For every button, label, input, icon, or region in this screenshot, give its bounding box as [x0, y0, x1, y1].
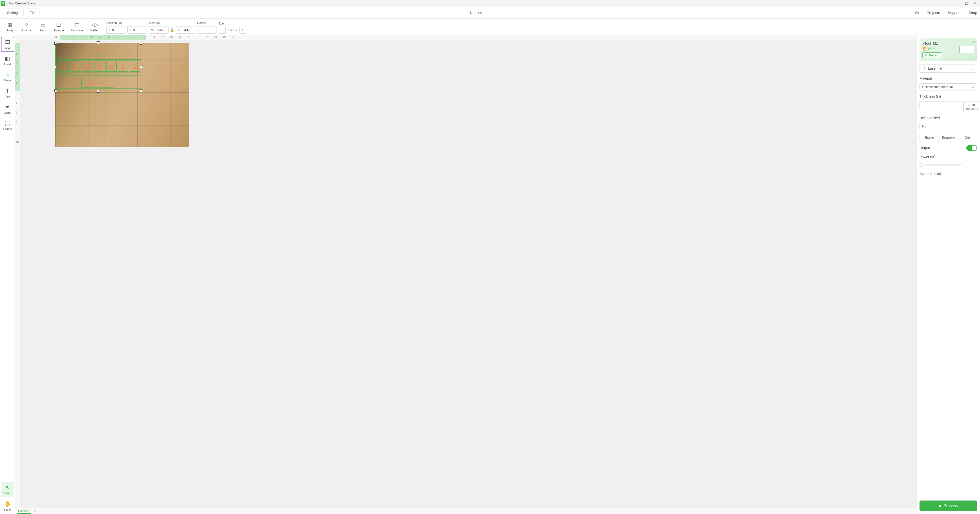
extract-icon: ⬚ [5, 120, 10, 126]
select-tool[interactable]: ↖Select [1, 482, 14, 497]
design-text-family[interactable]: family [81, 78, 115, 88]
combine-tool[interactable]: ◫Combine [68, 19, 86, 35]
image-tool[interactable]: 🖼Image [1, 37, 14, 52]
title-bar: X xTool Creative Space — ☐ ✕ [0, 0, 980, 7]
device-name: xTool_M1 [923, 41, 974, 45]
add-canvas-button[interactable]: + [33, 509, 36, 514]
refresh-icon: ⟳ [925, 54, 928, 57]
hand-icon: ✋ [4, 501, 11, 507]
handle-tl[interactable] [54, 42, 57, 45]
refresh-button[interactable]: ⟳Refresh [923, 53, 942, 58]
power-value[interactable]: 1 [965, 162, 977, 168]
camera-background: the JARRELL family [56, 43, 189, 147]
lock-aspect-icon[interactable]: 🔓 [170, 28, 174, 32]
reflect-icon: ◁▷ [91, 22, 99, 28]
array-tool[interactable]: ▦Array [3, 19, 17, 35]
right-panel: ⚙ xTool_M1 📶Wi-Fi ⟳Refresh ⬇ Laser flat … [916, 35, 980, 514]
operation-tabs: Score Engrave Cut [920, 133, 977, 142]
power-slider[interactable] [920, 164, 963, 166]
rotate-input[interactable]: 0° [197, 26, 217, 34]
select-icon: ↖ [5, 485, 10, 491]
canvas-viewport[interactable]: the JARRELL family [20, 40, 916, 508]
file-button[interactable]: File [26, 9, 40, 17]
chevron-down-icon: ⌄ [972, 125, 974, 128]
settings-button[interactable]: Settings [3, 9, 24, 17]
nav-shop[interactable]: Shop [969, 11, 977, 15]
smartfill-tool[interactable]: ✧Smart fill [18, 19, 36, 35]
tab-engrave[interactable]: Engrave [939, 133, 958, 142]
minimize-button[interactable]: — [957, 2, 960, 5]
align-icon: ☰ [41, 22, 45, 28]
speed-label: Speed (mm/s) [920, 172, 977, 176]
app-icon: X [1, 1, 5, 6]
reflect-tool[interactable]: ◁▷Reflect [87, 19, 103, 35]
chevron-down-icon: ⌄ [971, 66, 974, 70]
output-toggle[interactable] [966, 145, 977, 151]
handle-br[interactable] [140, 89, 142, 92]
size-h-input[interactable]: H5.437 [176, 26, 195, 34]
hand-tool[interactable]: ✋Hand [1, 498, 14, 514]
power-label: Power (%) [920, 155, 977, 159]
canvas-tab-1[interactable]: Canvas1 [17, 509, 30, 514]
image-icon: 🖼 [5, 39, 10, 46]
chevron-down-icon: ⌄ [972, 85, 974, 89]
menu-bar: Settings File Untitled Info Projects Sup… [0, 7, 980, 19]
tab-cut[interactable]: Cut [958, 133, 977, 142]
position-label: Position (in) [106, 21, 147, 25]
extract-tool[interactable]: ⬚Extract [1, 118, 14, 133]
size-label: Size (in) [149, 21, 195, 25]
document-title: Untitled [41, 11, 911, 15]
ribbon: ▦Array ✧Smart fill ☰Align ❏Arrange ◫Comb… [0, 19, 980, 35]
ruler-horizontal: 0 1 2 3 4 5 6 7 8 9 10 11 12 13 14 15 16… [20, 35, 916, 40]
insert-icon: ◧ [5, 55, 10, 62]
device-card: ⚙ xTool_M1 📶Wi-Fi ⟳Refresh [920, 38, 977, 61]
material-label: Material [920, 77, 977, 80]
output-label: Output [920, 146, 930, 150]
nav-projects[interactable]: Projects [927, 11, 940, 15]
zoom-label: Zoom [219, 22, 246, 25]
arrange-tool[interactable]: ❏Arrange [50, 19, 67, 35]
thickness-input[interactable] [920, 101, 961, 109]
design-text-the[interactable]: the [90, 45, 108, 54]
material-select[interactable]: User-defined material⌄ [920, 83, 977, 91]
left-sidebar: 🖼Image ◧Insert ☆Shape TText ✒Vector ⬚Ext… [0, 35, 15, 514]
text-icon: T [6, 88, 9, 94]
gear-icon[interactable]: ⚙ [972, 40, 975, 44]
wifi-icon: 📶 [923, 47, 926, 51]
nav-info[interactable]: Info [913, 11, 919, 15]
laser-flat-icon: ⬇ [923, 66, 926, 70]
insert-tool[interactable]: ◧Insert [1, 53, 14, 68]
shape-tool[interactable]: ☆Shape [1, 69, 14, 84]
handle-top[interactable] [97, 42, 100, 45]
window-title: xTool Creative Space [7, 2, 35, 5]
nav-support[interactable]: Support [948, 11, 961, 15]
selection-box[interactable]: the JARRELL family [56, 43, 141, 91]
zoom-out-button[interactable]: − [219, 27, 226, 34]
device-image [959, 46, 974, 53]
close-button[interactable]: ✕ [973, 2, 976, 5]
text-tool[interactable]: TText [1, 85, 14, 101]
handle-bl[interactable] [54, 89, 57, 92]
smartfill-icon: ✧ [24, 22, 29, 28]
zoom-in-button[interactable]: + [239, 27, 246, 34]
shape-icon: ☆ [5, 72, 10, 78]
array-icon: ▦ [8, 22, 12, 28]
process-button[interactable]: ▶ Process [920, 501, 977, 511]
maximize-button[interactable]: ☐ [965, 2, 968, 5]
design-text-jarrell[interactable]: JARRELL [58, 59, 141, 73]
canvas-tabs: Canvas1 + [15, 508, 916, 514]
vector-tool[interactable]: ✒Vector [1, 102, 14, 117]
align-tool[interactable]: ☰Align [36, 19, 49, 35]
height-raised-select[interactable]: No⌄ [920, 123, 977, 130]
process-icon: ▶ [939, 503, 942, 508]
position-x-input[interactable]: X0 [106, 26, 126, 34]
canvas-area: 0 1 2 3 4 5 6 7 8 9 10 11 12 13 14 15 16… [15, 35, 916, 514]
tab-score[interactable]: Score [920, 133, 939, 142]
size-w-input[interactable]: W9.668 [149, 26, 169, 34]
position-y-input[interactable]: Y0 [127, 26, 147, 34]
rotate-label: Rotate [197, 21, 217, 25]
automeasure-button[interactable]: Auto-measure [963, 101, 980, 112]
mode-select[interactable]: ⬇ Laser flat ⌄ [920, 64, 977, 73]
handle-tr[interactable] [140, 42, 142, 45]
height-raised-label: Height raised [920, 116, 977, 120]
